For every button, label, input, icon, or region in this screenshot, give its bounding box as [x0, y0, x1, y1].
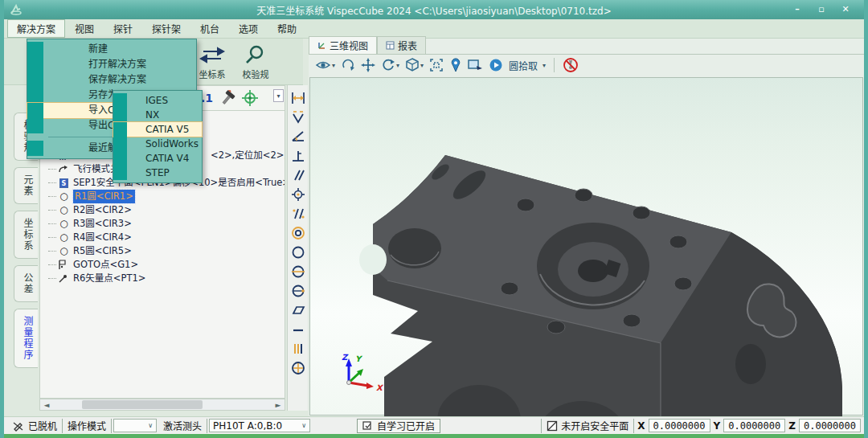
runout-icon[interactable]: [289, 204, 307, 223]
tree-row-circle-2[interactable]: ○ R2圆<CIR2>: [40, 203, 285, 217]
target-axis-icon[interactable]: [241, 89, 259, 107]
operation-mode-select[interactable]: ∨: [113, 419, 157, 432]
pan-move-button[interactable]: [361, 58, 375, 72]
submenu-item-solidworks[interactable]: SolidWorks: [113, 137, 202, 151]
coordinate-system-button[interactable]: 坐标系: [192, 43, 232, 82]
self-learn-button[interactable]: 自学习已开启: [357, 419, 440, 433]
hammer-icon[interactable]: [219, 89, 236, 107]
circle-profile-icon[interactable]: [289, 281, 307, 301]
tab-elements[interactable]: 元素: [14, 167, 38, 204]
parallelism-icon[interactable]: [289, 166, 307, 185]
tree-row-circle-5[interactable]: ○ R5圆<CIR5>: [40, 244, 285, 258]
decimal-point-icon[interactable]: .1: [201, 89, 213, 107]
y-coordinate-label: Y: [710, 420, 724, 432]
straightness-icon[interactable]: [289, 320, 307, 339]
distance-icon[interactable]: [289, 88, 307, 108]
safety-plane-status: 未开启安全平面: [541, 419, 634, 433]
chevron-down-icon: ∨: [148, 422, 153, 429]
part-3d: [310, 78, 868, 419]
svg-text:X: X: [376, 383, 384, 392]
tree-row-circle-3[interactable]: ○ R3圆<CIR3>: [40, 217, 285, 231]
flatness-icon[interactable]: [289, 301, 307, 320]
minimize-button[interactable]: –: [787, 2, 808, 17]
chevron-down-icon: ▾: [332, 62, 335, 69]
submenu-item-nx[interactable]: NX: [113, 108, 202, 122]
visibility-eye-button[interactable]: ▾: [315, 59, 335, 72]
angle-vee-icon[interactable]: [289, 108, 307, 127]
probe-disabled-button[interactable]: [563, 57, 579, 73]
status-bar: 已脱机 操作模式 ∨ 激活测头 PH10T A:0,B:0 ∨ 自学习已开启 未…: [4, 416, 864, 434]
chevron-down-icon: ∨: [301, 422, 306, 429]
locate-pin-button[interactable]: [449, 58, 462, 72]
active-probe-select[interactable]: PH10T A:0,B:0 ∨: [209, 419, 310, 432]
z-coordinate-value: 0.0000000: [799, 419, 861, 432]
menu-machine[interactable]: 机台: [190, 19, 229, 38]
circle-icon: ○: [58, 231, 70, 244]
scroll-left-arrow[interactable]: ◄: [40, 401, 53, 409]
submenu-item-iges[interactable]: IGES: [113, 93, 202, 108]
cylindricity-icon[interactable]: [289, 262, 307, 281]
submenu-item-catia-v5[interactable]: CATIA V5: [113, 122, 202, 137]
scrollbar-thumb[interactable]: [82, 400, 203, 409]
window-bottom-edge: [4, 434, 864, 438]
menu-help[interactable]: 帮助: [268, 19, 306, 38]
view-cube-button[interactable]: ▾: [405, 58, 424, 72]
svg-text:Z: Z: [342, 353, 349, 362]
y-coordinate-value: 0.0000000: [723, 419, 785, 432]
maximize-button[interactable]: ▫: [811, 2, 832, 17]
menu-solution[interactable]: 解决方案: [7, 19, 65, 38]
tab-coordinate-system[interactable]: 坐标系: [14, 211, 38, 259]
close-button[interactable]: ✕: [835, 2, 856, 17]
submenu-item-step[interactable]: STEP: [113, 166, 202, 180]
toolbar-separator: [554, 58, 555, 72]
menu-probe-rack[interactable]: 探针架: [142, 19, 190, 38]
z-coordinate-label: Z: [785, 420, 799, 432]
gauge-check-button[interactable]: 校验规: [235, 43, 276, 82]
scroll-right-arrow[interactable]: ►: [272, 401, 285, 409]
tree-row-goto-point[interactable]: GOTO点<G1>: [40, 258, 285, 272]
toolbar-overflow-button[interactable]: ▾: [273, 89, 284, 102]
submenu-item-catia-v4[interactable]: CATIA V4: [113, 151, 202, 166]
chevron-down-icon: ▾: [420, 62, 424, 69]
x-coordinate-label: X: [634, 420, 648, 432]
perpendicularity-icon[interactable]: [289, 146, 307, 166]
menu-options[interactable]: 选项: [229, 19, 268, 38]
menu-view[interactable]: 视图: [65, 19, 104, 38]
menu-probe[interactable]: 探针: [104, 19, 142, 38]
menu-item-new[interactable]: 新建: [27, 42, 196, 57]
tab-3d-view[interactable]: 三维视图: [309, 36, 377, 54]
viewport-3d[interactable]: Z Y X: [309, 77, 863, 415]
symmetry-icon[interactable]: [289, 339, 307, 358]
viewport-toolbar: ▾ ▾ ▾ 圆拾取 ▾: [309, 55, 864, 76]
tab-tolerance[interactable]: 公差: [14, 265, 38, 302]
svg-text:Y: Y: [355, 354, 363, 363]
menu-item-save-solution[interactable]: 保存解决方案: [27, 72, 196, 88]
play-pick-button[interactable]: [489, 58, 503, 72]
tree-row-circle-4[interactable]: ○ R4圆<CIR4>: [40, 231, 285, 244]
pick-mode-dropdown[interactable]: 圆拾取 ▾: [509, 59, 546, 72]
circularity-icon[interactable]: [289, 243, 307, 262]
rotate-view-button[interactable]: ▾: [381, 58, 399, 72]
tree-row-vector-point[interactable]: R6矢量点<PT1>: [40, 272, 285, 285]
tab-report[interactable]: 报表: [377, 36, 426, 54]
concentricity-icon[interactable]: [289, 223, 307, 243]
3d-view-icon: [317, 41, 326, 50]
circle-icon: ○: [58, 190, 70, 203]
tab-measure-program[interactable]: 测量程序: [14, 309, 38, 368]
goto-flag-icon: [58, 260, 70, 270]
angle-icon[interactable]: [289, 127, 307, 146]
tree-row-circle-1[interactable]: ○ R1圆<CIR1>: [40, 190, 285, 203]
zoom-fit-button[interactable]: [429, 58, 444, 72]
chevron-down-icon: ▾: [396, 62, 399, 69]
capture-window-button[interactable]: [468, 59, 483, 72]
menu-item-open-solution[interactable]: 打开解决方案: [27, 57, 196, 72]
position-icon[interactable]: [289, 185, 307, 204]
app-logo-icon: [9, 3, 23, 16]
orbit-rotate-button[interactable]: [341, 58, 355, 72]
position-crosshair-icon[interactable]: [289, 358, 307, 378]
active-probe-label: 激活测头: [158, 419, 207, 433]
coordinate-system-icon: [192, 43, 232, 68]
offline-status: 已脱机: [7, 419, 63, 433]
menu-bar: 解决方案 视图 探针 探针架 机台 选项 帮助: [4, 19, 864, 39]
tree-horizontal-scrollbar[interactable]: ◄ ►: [39, 399, 285, 411]
